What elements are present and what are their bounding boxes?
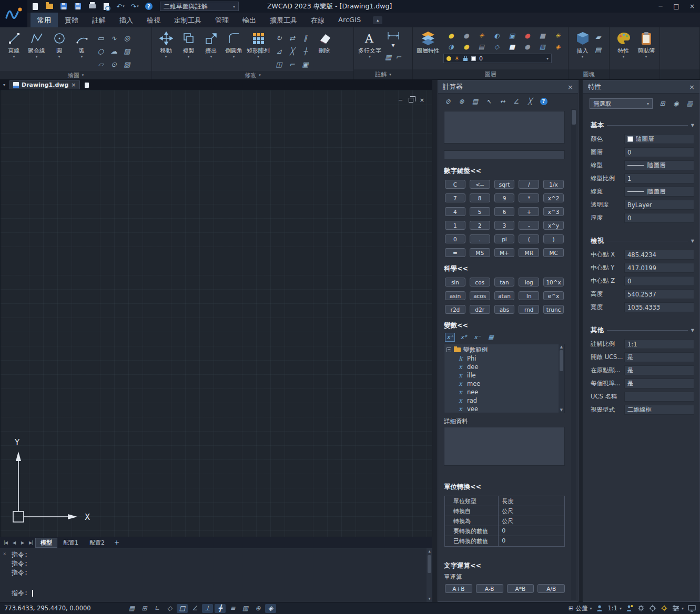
property-value[interactable]: [624, 392, 694, 402]
variables-scrollbar[interactable]: ▲ ▼: [559, 344, 564, 413]
section-header-basic[interactable]: 基本 ▼: [583, 121, 699, 130]
donut-icon[interactable]: ◎: [120, 32, 134, 45]
calc-key[interactable]: +: [519, 207, 539, 216]
calculator-display[interactable]: [444, 111, 565, 144]
text-op-button[interactable]: A+B: [445, 584, 472, 593]
calc-key[interactable]: =: [445, 248, 465, 257]
calc-key[interactable]: x^3: [543, 207, 564, 216]
tab-layout2[interactable]: 配置2: [84, 538, 110, 548]
clear-history-icon[interactable]: ⊗: [456, 96, 467, 106]
layer-walk-icon[interactable]: ▤: [474, 41, 489, 52]
lineweight-icon[interactable]: ≡: [227, 604, 238, 613]
layer-current-icon[interactable]: ●: [520, 41, 535, 52]
scale-icon[interactable]: ⊿: [272, 45, 286, 58]
ribbon-tab[interactable]: 實體: [58, 13, 85, 27]
property-value[interactable]: 485.4234: [624, 250, 694, 260]
prev-layout-icon[interactable]: ◀: [10, 540, 18, 545]
selection-dropdown[interactable]: 無選取 ▾: [590, 98, 653, 109]
intersection-icon[interactable]: ╳: [524, 96, 535, 106]
tab-layout1[interactable]: 配置1: [58, 538, 84, 548]
sci-key[interactable]: sin: [445, 278, 465, 286]
offset-icon[interactable]: ∥: [299, 32, 312, 45]
layer-merge-icon[interactable]: ◇: [489, 41, 504, 52]
layer-isolate-icon[interactable]: ■: [535, 30, 550, 41]
scrollbar-thumb[interactable]: [428, 555, 431, 573]
tab-close-icon[interactable]: ×: [71, 81, 76, 88]
variables-root-node[interactable]: − 變數範例: [444, 345, 564, 354]
scroll-down-icon[interactable]: ▼: [427, 597, 432, 601]
property-value[interactable]: 是: [624, 352, 694, 362]
angle-icon[interactable]: ∠: [511, 96, 522, 106]
object-snap-tracking-icon[interactable]: ∠: [189, 604, 200, 613]
break-icon[interactable]: ⌐: [286, 58, 299, 71]
ribbon-tab[interactable]: 管理: [208, 13, 236, 27]
object-snap-icon[interactable]: □: [177, 604, 188, 613]
grid-display-icon[interactable]: ▦: [126, 604, 137, 613]
property-value[interactable]: 隨圖層: [624, 134, 694, 144]
define-attribute-icon[interactable]: ▤: [595, 46, 601, 54]
rotate-icon[interactable]: ↻: [272, 32, 286, 45]
plot-icon[interactable]: [87, 2, 97, 11]
extend-icon[interactable]: ┼: [299, 45, 312, 58]
doc-close-button[interactable]: ×: [420, 97, 424, 104]
panel-label-annotate[interactable]: 註解▾: [354, 69, 412, 79]
next-layout-icon[interactable]: ▶: [18, 540, 26, 545]
variable-item[interactable]: x vee: [444, 405, 564, 413]
calc-key[interactable]: x^y: [543, 221, 564, 230]
panel-label-block[interactable]: 圖塊: [569, 69, 609, 79]
ribbon-tab[interactable]: 常用: [31, 13, 58, 27]
spline-icon[interactable]: ∿: [107, 32, 120, 45]
move-button[interactable]: 移動 ▾: [155, 29, 177, 58]
leader-icon[interactable]: ⌐: [395, 53, 401, 61]
save-as-icon[interactable]: [73, 2, 83, 11]
layer-lock-icon[interactable]: ▣: [504, 30, 520, 41]
hatch-icon[interactable]: ▨: [120, 45, 134, 58]
unit-value[interactable]: 0: [499, 536, 564, 546]
ribbon-tab[interactable]: ArcGIS: [331, 13, 368, 27]
sci-key[interactable]: atan: [494, 291, 515, 300]
point-icon[interactable]: ⊙: [107, 58, 120, 71]
ribbon-tab[interactable]: 定制工具: [167, 13, 208, 27]
property-value[interactable]: ByLayer: [624, 200, 694, 210]
settings-gear-icon[interactable]: [661, 605, 668, 612]
region-icon[interactable]: ▱: [94, 58, 107, 71]
clean-screen-icon[interactable]: [688, 605, 696, 612]
calculator-close-icon[interactable]: ×: [567, 83, 573, 91]
circle-button[interactable]: 圓 ▾: [48, 29, 70, 58]
property-value[interactable]: 是: [624, 378, 694, 388]
commandline-close-icon[interactable]: ✕: [3, 551, 6, 556]
unit-value[interactable]: 0: [499, 526, 564, 536]
minimize-button[interactable]: ─: [653, 0, 668, 13]
calc-key[interactable]: C: [445, 180, 465, 189]
rect-array-button[interactable]: 矩形陣列 ▾: [245, 29, 271, 58]
panel-label-layers[interactable]: 圖層: [413, 69, 568, 79]
workspace-dropdown[interactable]: 二維草圖與註解 ▾: [160, 2, 239, 11]
layer-copy-icon[interactable]: ▨: [535, 41, 550, 52]
edit-variable-icon[interactable]: x*: [459, 333, 469, 342]
line-button[interactable]: 直線 ▾: [3, 29, 25, 58]
calc-key[interactable]: 2: [470, 221, 490, 230]
quick-select-icon[interactable]: ◉: [671, 99, 682, 109]
get-coordinates-icon[interactable]: ↖: [483, 96, 494, 106]
scroll-up-icon[interactable]: ▲: [559, 345, 564, 349]
sci-key[interactable]: 10^x: [543, 278, 564, 286]
polar-tracking-icon[interactable]: ◇: [164, 604, 175, 613]
layer-off-icon[interactable]: ●: [459, 30, 474, 41]
property-value[interactable]: 二維線框: [624, 405, 694, 415]
variable-item[interactable]: x dee: [444, 363, 564, 371]
rectangle-icon[interactable]: ▭: [94, 32, 107, 45]
text-op-button[interactable]: A-B: [476, 584, 503, 593]
preview-icon[interactable]: [102, 2, 111, 11]
zwcad-logo-icon[interactable]: [0, 0, 27, 27]
property-value[interactable]: 隨圖層: [624, 160, 694, 170]
calculator-grid-icon[interactable]: ▦: [486, 333, 496, 342]
redo-icon[interactable]: ↷▾: [130, 2, 139, 11]
explode-icon[interactable]: ◫: [272, 58, 286, 71]
drawing-canvas[interactable]: ─ × Y X: [0, 90, 432, 537]
dimension-icon[interactable]: [387, 31, 400, 40]
fillet-button[interactable]: 倒圓角 ▾: [222, 29, 245, 58]
last-layout-icon[interactable]: ▶|: [27, 540, 35, 545]
dynamic-input-icon[interactable]: ╋: [215, 604, 226, 613]
calc-key[interactable]: sqrt: [494, 180, 515, 189]
first-layout-icon[interactable]: |◀: [2, 540, 9, 545]
